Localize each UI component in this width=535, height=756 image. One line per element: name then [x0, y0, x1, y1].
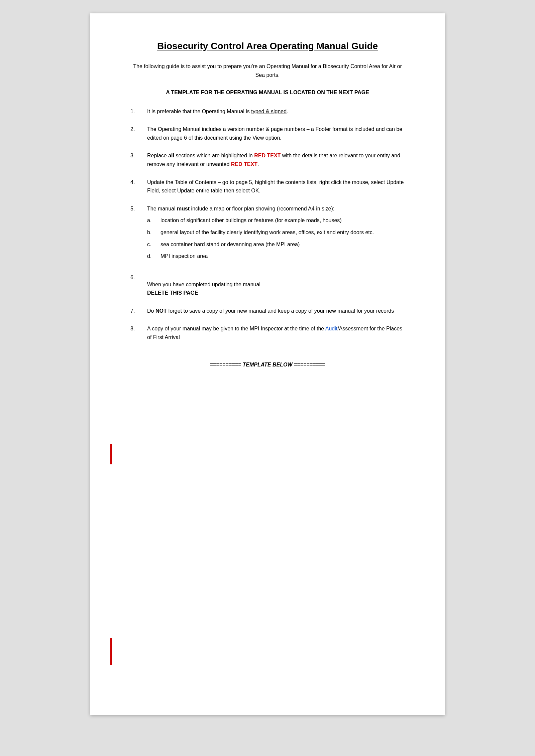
sub-item-text: sea container hard stand or devanning ar… — [160, 240, 300, 249]
list-item: 2. The Operating Manual includes a versi… — [130, 125, 405, 142]
list-item: 8. A copy of your manual may be given to… — [130, 324, 405, 341]
list-item: 5. The manual must include a map or floo… — [130, 204, 405, 264]
item8-text: A copy of your manual may be given to th… — [147, 326, 402, 340]
list-content: Update the Table of Contents – go to pag… — [147, 178, 405, 195]
sub-label: a. — [147, 216, 160, 225]
list-number: 5. — [130, 204, 147, 264]
document-page: Biosecurity Control Area Operating Manua… — [90, 13, 445, 715]
red-text-2: RED TEXT — [231, 161, 257, 167]
list-number: 3. — [130, 151, 147, 168]
sub-item-text: location of significant other buildings … — [160, 216, 342, 225]
red-bar-item8 — [110, 638, 112, 665]
list-item: 7. Do NOT forget to save a copy of your … — [130, 307, 405, 315]
list-number: 4. — [130, 178, 147, 195]
list-number: 8. — [130, 324, 147, 341]
sub-list-item: b. general layout of the facility clearl… — [147, 228, 405, 237]
template-notice: A TEMPLATE FOR THE OPERATING MANUAL IS L… — [130, 90, 405, 96]
sub-list: a. location of significant other buildin… — [147, 216, 405, 260]
delete-text: DELETE THIS PAGE — [147, 290, 198, 296]
audit-link[interactable]: Audit — [325, 326, 337, 331]
item7-text: Do NOT forget to save a copy of your new… — [147, 308, 394, 314]
sub-list-item: c. sea container hard stand or devanning… — [147, 240, 405, 249]
list-content: The manual must include a map or floor p… — [147, 204, 405, 264]
sub-item-text: general layout of the facility clearly i… — [160, 228, 374, 237]
list-item: 4. Update the Table of Contents – go to … — [130, 178, 405, 195]
item5-text: The manual must include a map or floor p… — [147, 206, 334, 211]
item6-text: When you have completed updating the man… — [147, 282, 260, 296]
must-text: must — [177, 206, 190, 211]
all-text: all — [168, 153, 174, 158]
list-number: 7. — [130, 307, 147, 315]
red-bar-item6 — [110, 444, 112, 464]
list-number: 6. — [130, 273, 147, 297]
item2-text: The Operating Manual includes a version … — [147, 126, 402, 141]
sub-label: d. — [147, 252, 160, 261]
sub-item-text: MPI inspection area — [160, 252, 208, 261]
underline-text: typed & signed — [251, 109, 287, 114]
sub-label: c. — [147, 240, 160, 249]
list-content: It is preferable that the Operating Manu… — [147, 107, 405, 116]
red-text-1: RED TEXT — [254, 153, 281, 158]
page-title: Biosecurity Control Area Operating Manua… — [130, 40, 405, 52]
sub-list-item: d. MPI inspection area — [147, 252, 405, 261]
list-item: 6. When you have completed updating the … — [130, 273, 405, 297]
item4-text: Update the Table of Contents – go to pag… — [147, 179, 404, 194]
list-content: A copy of your manual may be given to th… — [147, 324, 405, 341]
template-footer: ========== TEMPLATE BELOW ========== — [130, 362, 405, 368]
sub-label: b. — [147, 228, 160, 237]
list-item: 1. It is preferable that the Operating M… — [130, 107, 405, 116]
item1-text: It is preferable that the Operating Manu… — [147, 109, 288, 114]
list-number: 1. — [130, 107, 147, 116]
sub-list-item: a. location of significant other buildin… — [147, 216, 405, 225]
list-number: 2. — [130, 125, 147, 142]
divider-line — [147, 276, 201, 276]
not-text: NOT — [155, 308, 167, 314]
item3-text: Replace all sections which are highlight… — [147, 153, 400, 167]
list-content: Replace all sections which are highlight… — [147, 151, 405, 168]
list-item: 3. Replace all sections which are highli… — [130, 151, 405, 168]
list-content: Do NOT forget to save a copy of your new… — [147, 307, 405, 315]
main-list: 1. It is preferable that the Operating M… — [130, 107, 405, 342]
list-content: When you have completed updating the man… — [147, 273, 405, 297]
subtitle-text: The following guide is to assist you to … — [130, 62, 405, 79]
list-content: The Operating Manual includes a version … — [147, 125, 405, 142]
